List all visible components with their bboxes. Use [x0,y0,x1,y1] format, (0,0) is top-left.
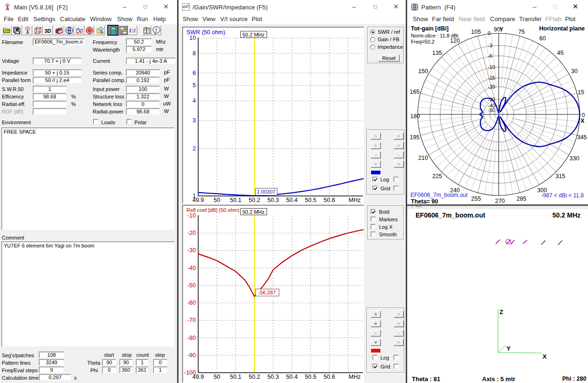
svg-text:1: 1 [129,27,132,34]
svg-text:210: 210 [418,155,428,161]
svg-text:Y: Y [506,345,511,352]
svg-text:-10: -10 [187,212,196,219]
svg-text:255: 255 [471,195,481,202]
svg-text:?: ? [155,27,158,33]
svg-text:120: 120 [450,38,460,44]
svg-text:3: 3 [193,117,196,124]
svg-text:-30: -30 [488,97,495,102]
svg-text:-50: -50 [187,282,196,289]
svg-text:60: 60 [539,35,546,42]
svg-text:-20: -20 [187,230,196,236]
svg-text:50.2: 50.2 [249,197,260,203]
svg-text:50.3: 50.3 [268,197,279,203]
svg-text:180: 180 [410,113,420,120]
svg-text:45: 45 [557,50,564,56]
svg-text:225: 225 [432,173,442,180]
svg-text:-15: -15 [488,75,495,81]
svg-text:8: 8 [193,50,196,57]
svg-text:50.1: 50.1 [230,197,241,203]
svg-text:-70: -70 [187,317,196,323]
svg-text:2: 2 [193,145,196,152]
svg-text:50.1: 50.1 [230,374,241,380]
svg-text:-80: -80 [187,335,196,341]
svg-text:50.2: 50.2 [249,374,260,380]
svg-text:50.2 MHz: 50.2 MHz [242,209,264,215]
svg-text:165: 165 [410,89,420,95]
svg-text:135: 135 [432,50,442,56]
svg-text:50.4: 50.4 [286,197,298,203]
svg-text:-30: -30 [187,247,196,254]
svg-text:Z: Z [499,308,503,315]
svg-text:50: 50 [214,197,220,203]
svg-text:49.9: 49.9 [193,197,204,203]
svg-text:1: 1 [134,27,136,34]
svg-text:75: 75 [518,29,525,35]
svg-text:50.3: 50.3 [268,374,279,380]
svg-text:-60: -60 [187,300,196,306]
svg-text:50: 50 [214,374,220,380]
svg-text:SWR (50 ohm): SWR (50 ohm) [186,29,225,36]
svg-text:270: 270 [495,198,505,204]
svg-text:MHz: MHz [349,374,361,380]
svg-text:1.00307: 1.00307 [257,189,275,195]
svg-text:0: 0 [488,30,491,36]
svg-text:195: 195 [410,134,420,141]
svg-text:5: 5 [193,82,196,89]
svg-text:-3: -3 [488,43,492,48]
svg-text:Y: Y [499,26,504,33]
svg-text:-20: -20 [488,84,495,90]
svg-text:MHz: MHz [349,197,361,203]
svg-text:330: 330 [570,155,580,162]
svg-text:49.9: 49.9 [193,374,204,380]
svg-text:105: 105 [471,29,481,35]
svg-text:50.6: 50.6 [324,374,335,380]
svg-text:Refl coef [dB] (50 ohm): Refl coef [dB] (50 ohm) [186,207,239,213]
svg-text:3D: 3D [45,28,51,34]
svg-text:285: 285 [517,195,527,202]
svg-text:-50: -50 [488,107,495,113]
svg-text:-6: -6 [488,53,492,59]
svg-text:-56.287: -56.287 [258,290,275,295]
svg-text:345: 345 [577,134,587,141]
svg-text:50.5: 50.5 [305,374,316,380]
svg-text:X: X [543,353,547,360]
svg-text:-90: -90 [187,352,196,359]
svg-text:-40: -40 [187,265,196,271]
svg-text:4: 4 [193,98,196,104]
svg-text:X: X [581,118,585,124]
svg-text:30: 30 [571,68,578,75]
svg-text:10: 10 [189,35,196,41]
svg-text:6: 6 [193,70,196,76]
svg-text:50.6: 50.6 [324,197,335,203]
svg-text:50.2 MHz: 50.2 MHz [242,32,264,38]
svg-text:315: 315 [556,173,566,180]
svg-text:150: 150 [418,68,428,75]
svg-text:-10: -10 [488,64,495,70]
svg-text:15: 15 [578,89,584,96]
svg-text:50.4: 50.4 [286,374,298,380]
svg-text:50.5: 50.5 [305,197,316,203]
